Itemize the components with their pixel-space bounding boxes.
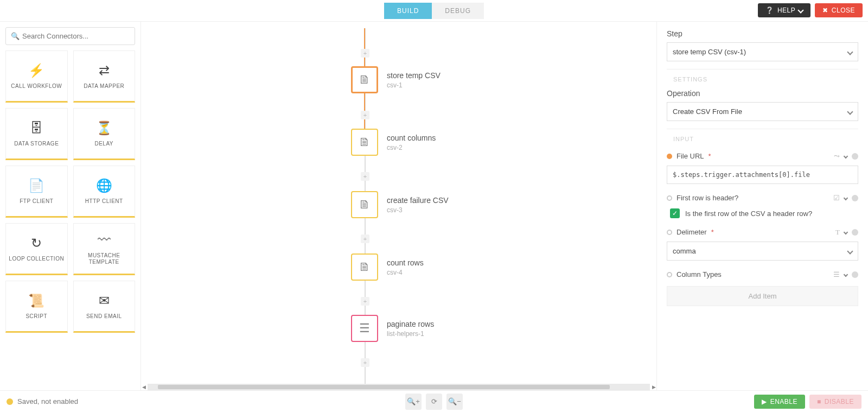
close-button[interactable]: ✖ CLOSE <box>815 3 863 17</box>
first-row-help: Is the first row of the CSV a header row… <box>685 210 812 218</box>
connector-label: FTP CLIENT <box>20 198 53 205</box>
connector-data-storage[interactable]: 🗄 DATA STORAGE <box>5 108 68 160</box>
step-select[interactable]: store temp CSV (csv-1) <box>667 42 858 61</box>
field-column-types-head: Column Types ☰ <box>667 270 858 278</box>
field-status-dot-icon[interactable] <box>852 153 858 160</box>
help-icon: ❔ <box>765 7 774 14</box>
scroll-left-button[interactable]: ◀ <box>141 384 146 390</box>
add-step-button[interactable]: + <box>361 297 369 306</box>
chevron-down-icon[interactable] <box>844 272 848 276</box>
scroll-right-button[interactable]: ▶ <box>651 384 656 390</box>
connector-delay[interactable]: ⏳ DELAY <box>73 108 136 160</box>
connectors-sidebar: 🔍 ⚡ CALL WORKFLOW ⇄ DATA MAPPER 🗄 DATA S… <box>0 22 141 390</box>
connector-send-email[interactable]: ✉ SEND EMAIL <box>73 281 136 333</box>
first-row-checkbox-row: ✓ Is the first row of the CSV a header r… <box>670 208 858 218</box>
connector-ftp-client[interactable]: 📄 FTP CLIENT <box>5 166 68 218</box>
chevron-down-icon <box>847 109 853 115</box>
script-icon: 📜 <box>28 293 44 309</box>
disable-button[interactable]: ■ DISABLE <box>809 395 861 409</box>
node-title: count columns <box>387 134 436 142</box>
first-row-checkbox[interactable]: ✓ <box>670 208 680 218</box>
scrollbar-thumb[interactable] <box>158 385 610 389</box>
search-wrap: 🔍 <box>5 27 135 45</box>
jsonpath-icon[interactable]: ⤳ <box>834 152 840 160</box>
connector-label: SEND EMAIL <box>86 313 122 320</box>
stop-icon: ■ <box>817 398 821 405</box>
connector-http-client[interactable]: 🌐 HTTP CLIENT <box>73 166 136 218</box>
horizontal-scrollbar[interactable] <box>148 384 650 390</box>
add-step-button[interactable]: + <box>361 172 369 181</box>
workflow-canvas[interactable]: + + + + + + 🗎 store temp CSV csv-1 🗎 cou… <box>141 22 656 390</box>
field-status-dot-icon[interactable] <box>852 195 858 201</box>
help-button[interactable]: ❔ HELP <box>758 3 810 17</box>
chevron-down-icon[interactable] <box>844 154 848 158</box>
tab-build[interactable]: BUILD <box>384 3 432 19</box>
connector-call-workflow[interactable]: ⚡ CALL WORKFLOW <box>5 50 68 103</box>
optional-indicator-icon <box>667 230 672 235</box>
database-icon: 🗄 <box>30 120 43 136</box>
play-icon: ▶ <box>762 398 767 405</box>
text-type-icon[interactable]: T <box>835 228 840 237</box>
field-label: Column Types <box>676 270 722 278</box>
list-node-icon: ☰ <box>351 315 378 342</box>
flow-node[interactable]: 🗎 count columns csv-2 <box>351 129 436 156</box>
globe-icon: 🌐 <box>96 178 112 194</box>
file-download-icon: 📄 <box>28 178 44 194</box>
chevron-down-icon[interactable] <box>844 230 848 234</box>
delimiter-select[interactable]: comma <box>667 242 858 261</box>
connector-loop-collection[interactable]: ↻ LOOP COLLECTION <box>5 223 68 275</box>
zoom-out-button[interactable]: 🔍− <box>446 394 463 410</box>
connector-data-mapper[interactable]: ⇄ DATA MAPPER <box>73 50 136 103</box>
top-right-buttons: ❔ HELP ✖ CLOSE <box>758 3 863 17</box>
chevron-down-icon <box>798 7 804 13</box>
add-step-button[interactable]: + <box>361 49 369 58</box>
field-status-dot-icon[interactable] <box>852 229 858 236</box>
connector-label: DELAY <box>94 141 113 147</box>
connector-label: SCRIPT <box>25 313 47 320</box>
zoom-in-button[interactable]: 🔍+ <box>405 394 422 410</box>
connector-script[interactable]: 📜 SCRIPT <box>5 281 68 333</box>
node-id: csv-4 <box>387 269 424 276</box>
connector-mustache-template[interactable]: 〰 MUSTACHE TEMPLATE <box>73 223 136 275</box>
loop-icon: ↻ <box>31 235 42 251</box>
connector-label: LOOP COLLECTION <box>9 256 64 262</box>
hourglass-icon: ⏳ <box>96 120 112 136</box>
close-label: CLOSE <box>832 7 855 14</box>
add-step-button[interactable]: + <box>361 358 369 367</box>
zoom-toolbar: 🔍+ ⟳ 🔍− <box>405 394 463 410</box>
canvas-inner[interactable]: + + + + + + 🗎 store temp CSV csv-1 🗎 cou… <box>148 28 650 384</box>
flow-node[interactable]: 🗎 store temp CSV csv-1 <box>351 66 441 93</box>
shuffle-icon: ⇄ <box>99 62 110 79</box>
chevron-down-icon[interactable] <box>844 195 848 200</box>
operation-label: Operation <box>667 89 858 98</box>
top-bar: BUILD DEBUG ❔ HELP ✖ CLOSE <box>0 0 868 22</box>
flow-node[interactable]: 🗎 create failure CSV csv-3 <box>351 191 449 218</box>
add-item-button[interactable]: Add Item <box>667 286 858 306</box>
chevron-down-icon <box>847 49 853 55</box>
field-status-dot-icon[interactable] <box>852 271 858 278</box>
mode-tabs: BUILD DEBUG <box>384 3 484 19</box>
search-icon: 🔍 <box>11 32 20 40</box>
flow-node[interactable]: 🗎 count rows csv-4 <box>351 253 424 281</box>
enable-button[interactable]: ▶ ENABLE <box>754 395 805 409</box>
node-id: csv-1 <box>387 81 441 89</box>
field-label: File URL <box>676 152 704 160</box>
step-label: Step <box>667 29 858 38</box>
connector-grid[interactable]: ⚡ CALL WORKFLOW ⇄ DATA MAPPER 🗄 DATA STO… <box>5 50 135 333</box>
file-url-input[interactable] <box>667 166 858 184</box>
operation-select[interactable]: Create CSV From File <box>667 102 858 121</box>
list-type-icon[interactable]: ☰ <box>833 270 840 278</box>
boolean-type-icon[interactable]: ☑ <box>833 194 840 202</box>
add-step-button[interactable]: + <box>361 234 369 243</box>
refresh-button[interactable]: ⟳ <box>426 394 442 410</box>
add-step-button[interactable]: + <box>361 111 369 119</box>
required-asterisk: * <box>711 228 714 236</box>
field-delimiter-head: Delimeter * T <box>667 228 858 236</box>
csv-node-icon: 🗎 <box>351 129 378 156</box>
tab-debug[interactable]: DEBUG <box>432 3 484 19</box>
connector-label: DATA MAPPER <box>84 83 124 90</box>
search-input[interactable] <box>5 27 135 45</box>
flow-node[interactable]: ☰ paginate rows list-helpers-1 <box>351 315 434 342</box>
connector-label: HTTP CLIENT <box>85 198 123 205</box>
field-label: Delimeter <box>676 228 707 236</box>
